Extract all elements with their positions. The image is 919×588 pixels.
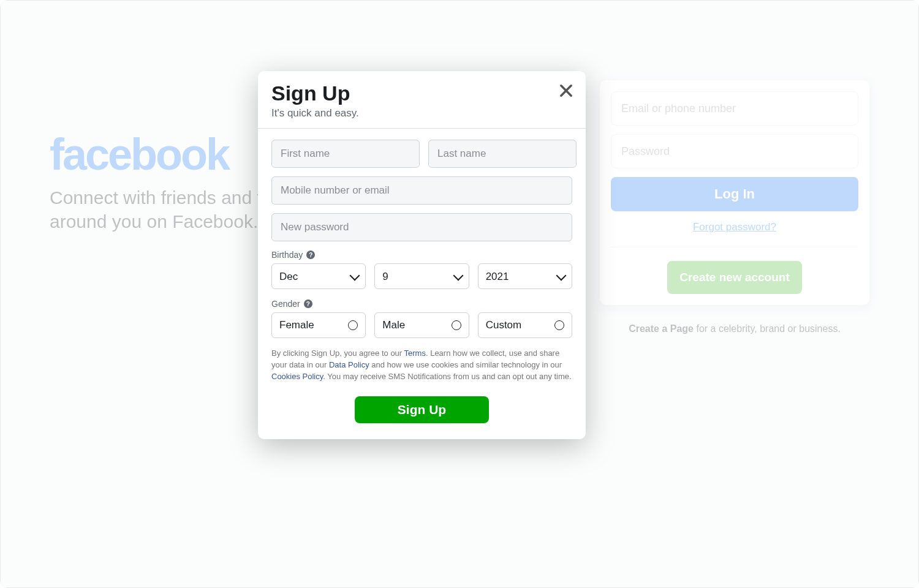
contact-field[interactable] [271,176,572,205]
help-icon[interactable]: ? [304,300,312,308]
close-icon[interactable] [558,82,575,99]
signup-modal: Sign Up It's quick and easy. Birthday ? [258,71,586,439]
last-name-field[interactable] [428,140,577,168]
cookies-policy-link[interactable]: Cookies Policy [271,372,323,381]
new-password-field[interactable] [271,213,572,241]
radio-label: Male [382,319,405,331]
radio-label: Custom [486,319,522,331]
gender-label: Gender ? [271,299,572,309]
legal-text: By clicking Sign Up, you agree to our Te… [271,348,572,383]
signup-button[interactable]: Sign Up [355,396,489,423]
birthday-label: Birthday ? [271,250,572,260]
birthday-month-select[interactable]: Dec [271,263,366,289]
gender-female-radio[interactable]: Female [271,312,366,338]
help-icon[interactable]: ? [306,251,315,259]
terms-link[interactable]: Terms [404,349,426,358]
radio-dot-icon [554,320,564,330]
gender-custom-radio[interactable]: Custom [478,312,572,338]
birthday-year-select[interactable]: 2021 [478,263,572,289]
radio-dot-icon [348,320,358,330]
radio-dot-icon [452,320,461,330]
modal-title: Sign Up [271,82,572,105]
first-name-field[interactable] [271,140,420,168]
modal-subtitle: It's quick and easy. [271,107,572,119]
data-policy-link[interactable]: Data Policy [329,360,369,369]
radio-label: Female [279,319,314,331]
birthday-day-select[interactable]: 9 [374,263,469,289]
gender-male-radio[interactable]: Male [374,312,469,338]
